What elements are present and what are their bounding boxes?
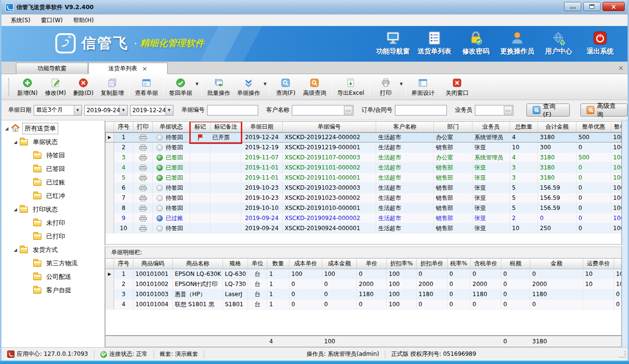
tree-expand-icon[interactable]: ◢: [13, 247, 18, 252]
column-header[interactable]: 单据日期: [241, 122, 283, 132]
column-header[interactable]: 规格: [223, 259, 248, 269]
maximize-button[interactable]: [583, 2, 601, 11]
doc-no-input[interactable]: [208, 106, 258, 115]
chevron-down-icon[interactable]: ▼: [165, 105, 173, 115]
toolbar-button-print[interactable]: 打印: [372, 76, 400, 98]
chevron-down-icon[interactable]: ▼: [196, 82, 198, 86]
table-row[interactable]: 4已签回2019-11-01XSCKD-20191101-000002生活超市销…: [105, 163, 621, 173]
column-header[interactable]: 金额: [530, 259, 583, 269]
table-row[interactable]: 9已过账2019-09-24XSCKD-20190924-000002生活超市销…: [105, 213, 621, 223]
salesman-lookup-button[interactable]: …: [504, 106, 512, 115]
tree-item-已过账[interactable]: 已过账: [1, 176, 105, 189]
toolbar-button-search-adv[interactable]: 高级查询: [300, 76, 329, 98]
column-header[interactable]: 含税单价: [471, 259, 501, 269]
toolbar-button-batch[interactable]: 批量操作: [204, 76, 234, 98]
column-header[interactable]: 折扣单价: [417, 259, 447, 269]
toolbar-button-add[interactable]: 新增(N): [13, 76, 41, 98]
customer-input[interactable]: [292, 106, 344, 115]
tree-item-all-deliveries[interactable]: ◢所有送货单: [1, 122, 105, 135]
column-header[interactable]: 打印: [133, 122, 153, 132]
tab-close-icon[interactable]: ×: [142, 65, 147, 72]
detail-row[interactable]: ▶1100101001EPSON LQ-630KLQ-630台110010001…: [105, 269, 621, 279]
table-row[interactable]: 5已签回2019-11-01XSCKD-20191101-000001生活超市销…: [105, 173, 621, 183]
detail-row[interactable]: 2100101002EPSON针式打印LQ-730台10020001002000…: [105, 279, 621, 289]
table-row[interactable]: 2待签回2019-12-19XSCKD-20191219-000001生活超市销…: [105, 143, 621, 153]
toolbar-button-design[interactable]: 界面设计: [408, 76, 438, 98]
tree-expand-icon[interactable]: ◢: [4, 126, 9, 131]
column-header[interactable]: 税率%: [447, 259, 471, 269]
tree-item-已打印[interactable]: 已打印: [1, 230, 105, 243]
tree-item-已签回[interactable]: 已签回: [1, 162, 105, 176]
tree-item-第三方物流[interactable]: 第三方物流: [1, 257, 105, 270]
detail-row[interactable]: 3100101003惠普（HP）LaserJ台10011801001180011…: [105, 289, 621, 299]
column-header[interactable]: 单据状态: [153, 122, 190, 132]
banner-button-lock[interactable]: 修改密码: [455, 29, 497, 60]
salesman-input[interactable]: [475, 106, 504, 115]
close-button[interactable]: ×: [603, 2, 625, 11]
toolbar-button-edit[interactable]: 修改(M): [41, 76, 69, 98]
column-header[interactable]: 序号: [114, 122, 133, 132]
menu-window[interactable]: 窗口(W): [37, 15, 67, 26]
chevron-down-icon[interactable]: ▼: [263, 82, 266, 86]
toolbar-button-docops[interactable]: 单据操作: [234, 76, 263, 98]
column-header[interactable]: 商品编码: [133, 259, 173, 269]
column-header[interactable]: [614, 259, 622, 269]
menu-help[interactable]: 帮助(H): [69, 15, 98, 26]
column-header[interactable]: 整单优惠: [577, 122, 611, 132]
column-header[interactable]: 标记备注: [210, 122, 241, 132]
toolbar-button-excel[interactable]: 导出Excel: [334, 76, 367, 98]
date-range-combo[interactable]: 最近3个月 ▼: [34, 105, 82, 116]
column-header[interactable]: 税额: [501, 259, 530, 269]
column-header[interactable]: 折扣率%: [387, 259, 417, 269]
tree-item-未打印[interactable]: 未打印: [1, 216, 105, 230]
tab-function-nav[interactable]: 功能导航窗: [16, 63, 88, 74]
tree-group-发货方式[interactable]: ◢发货方式: [1, 243, 105, 257]
table-row[interactable]: 10待签回2019-09-24XSCKD-20190924-000001生活超市…: [105, 223, 621, 234]
tree-item-已红冲[interactable]: 已红冲: [1, 189, 105, 203]
column-header[interactable]: 成本单价: [289, 259, 322, 269]
column-header[interactable]: 单据编号: [283, 122, 376, 132]
column-header[interactable]: 数量: [267, 259, 289, 269]
tree-expand-icon[interactable]: ◢: [13, 140, 18, 144]
toolbar-button-search-blue[interactable]: 查询(F): [272, 76, 300, 98]
chevron-down-icon[interactable]: ▼: [119, 105, 127, 115]
banner-button-monitor[interactable]: 功能导航窗: [372, 29, 414, 60]
tree-item-待签回[interactable]: 待签回: [1, 149, 105, 162]
column-header[interactable]: 业务员: [472, 122, 510, 132]
table-row[interactable]: ▶1待签回已开票2019-12-24XSCKD-20191224-000002生…: [105, 132, 621, 143]
table-row[interactable]: 3已签回2019-11-07XSCKD-20191107-000003生活超市办…: [105, 153, 621, 163]
tree-item-公司配送[interactable]: 公司配送: [1, 270, 105, 284]
date-from-combo[interactable]: 2019-09-24 ▼: [84, 105, 128, 116]
tree-expand-icon[interactable]: ◢: [13, 207, 18, 212]
toolbar-button-delete[interactable]: 删除(D): [69, 76, 97, 98]
menu-system[interactable]: 系统(S): [6, 15, 35, 26]
adv-search-button[interactable]: 高级查询: [580, 104, 628, 117]
tree-group-打印状态[interactable]: ◢打印状态: [1, 203, 105, 216]
tree-group-单据状态[interactable]: ◢单据状态: [1, 135, 105, 149]
date-to-combo[interactable]: 2019-12-24 ▼: [130, 105, 173, 116]
column-header[interactable]: 成本金额: [322, 259, 357, 269]
banner-button-power[interactable]: 退出系统: [579, 29, 621, 60]
minimize-button[interactable]: [564, 2, 581, 11]
tab-delivery-list[interactable]: 送货单列表 ×: [88, 63, 168, 74]
column-header[interactable]: 部门: [434, 122, 472, 132]
toolbar-button-closewin[interactable]: 关闭窗口: [442, 76, 472, 98]
chevron-down-icon[interactable]: ▼: [74, 105, 81, 115]
banner-button-list[interactable]: 送货单列表: [414, 29, 455, 60]
banner-button-globe[interactable]: 用户中心: [538, 29, 579, 60]
column-header[interactable]: 单价: [357, 259, 387, 269]
table-row[interactable]: 7待签回2019-10-23XSCKD-20191023-000002生活超市销…: [105, 193, 621, 203]
detail-row[interactable]: 4100101004联想 S1801 黑S1801台1000100000000: [105, 299, 621, 310]
column-header[interactable]: 单位: [248, 259, 267, 269]
resize-grip[interactable]: [619, 351, 626, 358]
order-input[interactable]: [395, 106, 446, 115]
banner-button-user[interactable]: 更换操作员: [497, 29, 538, 60]
strip-close-icon[interactable]: ×: [618, 64, 624, 72]
toolbar-button-signback[interactable]: 签回单据: [166, 76, 196, 98]
toolbar-grip[interactable]: [8, 78, 11, 96]
search-button[interactable]: 查询(F): [526, 104, 570, 117]
vertical-scrollbar[interactable]: [622, 120, 628, 347]
column-header[interactable]: 标记: [190, 122, 210, 132]
column-header[interactable]: 合计金额: [538, 122, 577, 132]
column-header[interactable]: 序号: [114, 259, 133, 269]
